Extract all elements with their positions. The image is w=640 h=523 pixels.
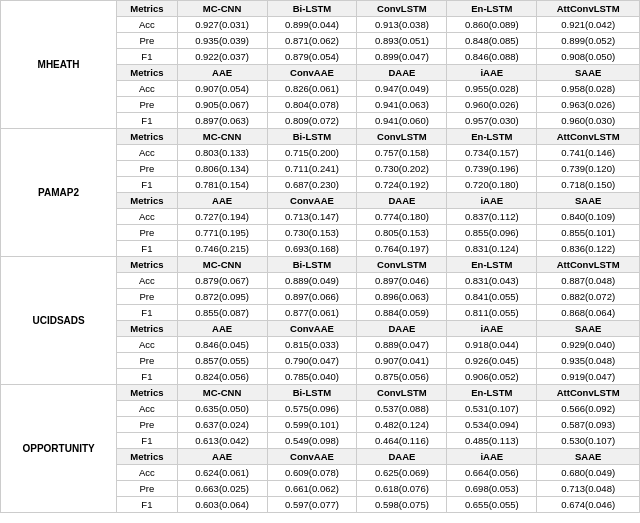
data-cell: 0.598(0.075): [357, 497, 447, 513]
data-cell: 0.868(0.064): [537, 305, 640, 321]
data-cell: 0.811(0.055): [447, 305, 537, 321]
data-cell: 0.879(0.054): [267, 49, 357, 65]
column-header: Metrics: [117, 129, 177, 145]
data-cell: 0.877(0.061): [267, 305, 357, 321]
dataset-label: MHEATH: [1, 1, 117, 129]
data-cell: 0.566(0.092): [537, 401, 640, 417]
column-header: En-LSTM: [447, 1, 537, 17]
column-header: iAAE: [447, 321, 537, 337]
column-header: AAE: [177, 65, 267, 81]
data-cell: 0.531(0.107): [447, 401, 537, 417]
dataset-label: UCIDSADS: [1, 257, 117, 385]
data-cell: 0.913(0.038): [357, 17, 447, 33]
data-cell: 0.841(0.055): [447, 289, 537, 305]
metric-label: Pre: [117, 225, 177, 241]
column-header: Bi-LSTM: [267, 1, 357, 17]
data-cell: 0.897(0.066): [267, 289, 357, 305]
data-cell: 0.530(0.107): [537, 433, 640, 449]
data-cell: 0.618(0.076): [357, 481, 447, 497]
metric-label: F1: [117, 113, 177, 129]
data-cell: 0.637(0.024): [177, 417, 267, 433]
data-cell: 0.882(0.072): [537, 289, 640, 305]
metric-label: Pre: [117, 161, 177, 177]
column-header: MC-CNN: [177, 257, 267, 273]
data-cell: 0.715(0.200): [267, 145, 357, 161]
data-cell: 0.757(0.158): [357, 145, 447, 161]
data-cell: 0.464(0.116): [357, 433, 447, 449]
data-cell: 0.926(0.045): [447, 353, 537, 369]
data-cell: 0.941(0.060): [357, 113, 447, 129]
data-cell: 0.941(0.063): [357, 97, 447, 113]
data-cell: 0.855(0.096): [447, 225, 537, 241]
data-cell: 0.958(0.028): [537, 81, 640, 97]
column-header: AAE: [177, 449, 267, 465]
data-cell: 0.922(0.037): [177, 49, 267, 65]
data-cell: 0.739(0.196): [447, 161, 537, 177]
column-header: ConvAAE: [267, 65, 357, 81]
column-header: AttConvLSTM: [537, 1, 640, 17]
data-cell: 0.927(0.031): [177, 17, 267, 33]
data-cell: 0.893(0.051): [357, 33, 447, 49]
data-cell: 0.871(0.062): [267, 33, 357, 49]
column-header: ConvAAE: [267, 321, 357, 337]
column-header: Metrics: [117, 449, 177, 465]
data-cell: 0.875(0.056): [357, 369, 447, 385]
metric-label: F1: [117, 433, 177, 449]
data-cell: 0.815(0.033): [267, 337, 357, 353]
column-header: ConvLSTM: [357, 1, 447, 17]
data-cell: 0.960(0.026): [447, 97, 537, 113]
column-header: MC-CNN: [177, 385, 267, 401]
data-cell: 0.790(0.047): [267, 353, 357, 369]
data-cell: 0.955(0.028): [447, 81, 537, 97]
data-cell: 0.739(0.120): [537, 161, 640, 177]
column-header: iAAE: [447, 65, 537, 81]
column-header: AttConvLSTM: [537, 257, 640, 273]
dataset-label: PAMAP2: [1, 129, 117, 257]
data-cell: 0.840(0.109): [537, 209, 640, 225]
column-header: DAAE: [357, 449, 447, 465]
column-header: En-LSTM: [447, 129, 537, 145]
column-header: En-LSTM: [447, 385, 537, 401]
dataset-label: OPPORTUNITY: [1, 385, 117, 513]
column-header: SAAE: [537, 449, 640, 465]
data-cell: 0.734(0.157): [447, 145, 537, 161]
data-cell: 0.899(0.044): [267, 17, 357, 33]
column-header: Metrics: [117, 65, 177, 81]
data-cell: 0.774(0.180): [357, 209, 447, 225]
metric-label: F1: [117, 497, 177, 513]
data-cell: 0.603(0.064): [177, 497, 267, 513]
metric-label: Acc: [117, 209, 177, 225]
data-cell: 0.771(0.195): [177, 225, 267, 241]
data-cell: 0.918(0.044): [447, 337, 537, 353]
metric-label: Acc: [117, 17, 177, 33]
data-cell: 0.921(0.042): [537, 17, 640, 33]
metric-label: Pre: [117, 481, 177, 497]
column-header: Metrics: [117, 257, 177, 273]
data-cell: 0.805(0.153): [357, 225, 447, 241]
data-cell: 0.907(0.054): [177, 81, 267, 97]
column-header: Bi-LSTM: [267, 129, 357, 145]
data-cell: 0.837(0.112): [447, 209, 537, 225]
column-header: Metrics: [117, 321, 177, 337]
data-cell: 0.663(0.025): [177, 481, 267, 497]
data-cell: 0.485(0.113): [447, 433, 537, 449]
data-cell: 0.587(0.093): [537, 417, 640, 433]
data-cell: 0.720(0.180): [447, 177, 537, 193]
metric-label: Acc: [117, 465, 177, 481]
column-header: MC-CNN: [177, 1, 267, 17]
data-cell: 0.929(0.040): [537, 337, 640, 353]
data-cell: 0.746(0.215): [177, 241, 267, 257]
column-header: Metrics: [117, 1, 177, 17]
column-header: Metrics: [117, 385, 177, 401]
column-header: En-LSTM: [447, 257, 537, 273]
metric-label: Acc: [117, 337, 177, 353]
data-cell: 0.724(0.192): [357, 177, 447, 193]
data-cell: 0.597(0.077): [267, 497, 357, 513]
column-header: DAAE: [357, 321, 447, 337]
data-cell: 0.935(0.048): [537, 353, 640, 369]
data-cell: 0.824(0.056): [177, 369, 267, 385]
data-cell: 0.599(0.101): [267, 417, 357, 433]
metric-label: Pre: [117, 289, 177, 305]
data-cell: 0.764(0.197): [357, 241, 447, 257]
data-cell: 0.625(0.069): [357, 465, 447, 481]
